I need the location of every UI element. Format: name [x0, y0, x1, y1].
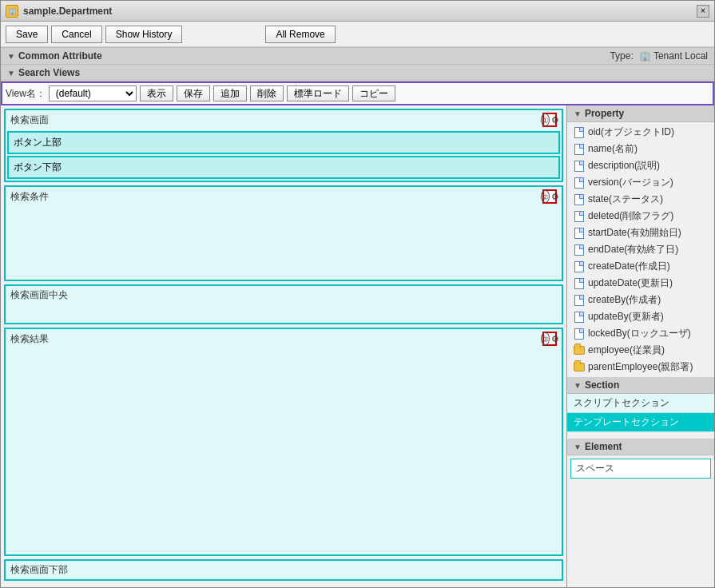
list-item[interactable]: updateBy(更新者)	[567, 308, 714, 325]
doc-icon	[574, 144, 585, 155]
section-section-header[interactable]: ▼ Section	[567, 377, 714, 394]
list-item[interactable]: employee(従業員)	[567, 342, 714, 359]
search-result-header: 検索結果 ③ ⚙	[6, 329, 562, 348]
display-button[interactable]: 表示	[140, 85, 173, 101]
gear-icon-2: ⚙	[551, 192, 559, 202]
view-name-select[interactable]: (default)	[49, 85, 137, 101]
list-item[interactable]: description(説明)	[567, 157, 714, 174]
left-panel: 検索画面 ① ⚙ ボタン上部 ボタン下部	[1, 105, 566, 587]
show-history-button[interactable]: Show History	[105, 26, 183, 43]
search-screen-header: 検索画面 ① ⚙	[6, 110, 562, 129]
search-screen-label: 検索画面	[10, 113, 542, 127]
prop-text: updateDate(更新日)	[588, 276, 673, 290]
add-button[interactable]: 追加	[213, 85, 247, 101]
section-list: スクリプトセクション テンプレートセクション	[567, 394, 714, 432]
button-top-label: ボタン上部	[14, 137, 62, 148]
standard-load-button[interactable]: 標準ロード	[287, 85, 349, 101]
type-label: Type: 🏢 Tenant Local	[610, 50, 708, 62]
view-name-label: View名：	[6, 87, 46, 101]
property-section-header[interactable]: ▼ Property	[567, 105, 714, 122]
search-views-label: Search Views	[18, 67, 80, 78]
search-area: 検索画面 ① ⚙ ボタン上部 ボタン下部	[1, 105, 566, 587]
prop-text: oid(オブジェクトID)	[588, 125, 674, 139]
property-chevron: ▼	[574, 109, 582, 118]
list-item[interactable]: createDate(作成日)	[567, 258, 714, 275]
prop-text: lockedBy(ロックユーザ)	[588, 327, 691, 340]
list-item[interactable]: parentEmployee(親部署)	[567, 359, 714, 375]
list-item[interactable]: oid(オブジェクトID)	[567, 124, 714, 141]
element-section-label: Element	[585, 441, 622, 452]
circle-num-1: ①	[541, 113, 550, 126]
list-item[interactable]: startDate(有効開始日)	[567, 224, 714, 241]
right-panel: ▼ Property oid(オブジェクトID) name(名前) descri…	[566, 105, 714, 587]
main-window: 🏢 sample.Department × Save Cancel Show H…	[0, 0, 715, 588]
copy-button[interactable]: コピー	[352, 85, 395, 101]
prop-text: createDate(作成日)	[588, 260, 670, 273]
list-item[interactable]: version(バージョン)	[567, 174, 714, 191]
title-bar: 🏢 sample.Department ×	[1, 1, 714, 22]
common-attribute-header[interactable]: ▼ Common Attribute Type: 🏢 Tenant Local	[1, 47, 714, 65]
doc-icon	[574, 278, 585, 289]
doc-icon	[574, 177, 585, 189]
list-item[interactable]: name(名前)	[567, 141, 714, 157]
search-screen-panel: 検索画面 ① ⚙ ボタン上部 ボタン下部	[4, 109, 563, 182]
save-view-button[interactable]: 保存	[177, 85, 210, 101]
search-center-panel: 検索画面中央	[4, 284, 563, 324]
doc-icon	[574, 295, 585, 306]
element-list: スペース	[567, 455, 714, 482]
search-bottom-panel: 検索画面下部	[4, 559, 563, 581]
list-item[interactable]: updateDate(更新日)	[567, 275, 714, 292]
button-bottom-box: ボタン下部	[7, 156, 560, 179]
list-item[interactable]: createBy(作成者)	[567, 292, 714, 308]
search-center-header: 検索画面中央	[6, 286, 562, 304]
cancel-button[interactable]: Cancel	[51, 26, 101, 43]
doc-icon	[574, 161, 585, 172]
prop-text: state(ステータス)	[588, 193, 663, 206]
gear-icon-1: ⚙	[551, 115, 559, 125]
element-section-header[interactable]: ▼ Element	[567, 439, 714, 455]
search-condition-label: 検索条件	[10, 190, 542, 204]
doc-icon	[574, 312, 585, 323]
search-bottom-header: 検索画面下部	[6, 561, 562, 579]
common-attr-label: Common Attribute	[18, 50, 102, 62]
search-screen-gear-button[interactable]: ① ⚙	[542, 113, 557, 127]
circle-num-3: ③	[541, 332, 550, 345]
list-item[interactable]: スクリプトセクション	[567, 394, 714, 413]
list-item[interactable]: endDate(有効終了日)	[567, 241, 714, 258]
list-item[interactable]: テンプレートセクション	[567, 413, 714, 432]
section-section-label: Section	[585, 379, 619, 391]
list-item[interactable]: state(ステータス)	[567, 191, 714, 208]
list-item[interactable]: lockedBy(ロックユーザ)	[567, 325, 714, 342]
prop-text: version(バージョン)	[588, 176, 673, 189]
property-section-label: Property	[585, 108, 624, 119]
list-item[interactable]: スペース	[570, 459, 711, 479]
search-result-label: 検索結果	[10, 332, 542, 346]
doc-icon	[574, 261, 585, 272]
save-button[interactable]: Save	[6, 26, 48, 43]
search-condition-panel: 検索条件 ② ⚙	[4, 185, 563, 281]
all-remove-button[interactable]: All Remove	[265, 26, 335, 43]
search-condition-gear-button[interactable]: ② ⚙	[542, 189, 557, 204]
prop-text: description(説明)	[588, 159, 660, 173]
main-content: 検索画面 ① ⚙ ボタン上部 ボタン下部	[1, 105, 714, 587]
search-result-gear-button[interactable]: ③ ⚙	[542, 332, 557, 346]
element-chevron: ▼	[574, 443, 582, 451]
common-attr-chevron: ▼	[7, 52, 15, 61]
prop-text: employee(従業員)	[588, 344, 665, 357]
search-views-header[interactable]: ▼ Search Views	[1, 65, 714, 81]
list-item[interactable]: deleted(削除フラグ)	[567, 208, 714, 224]
toolbar: Save Cancel Show History All Remove	[1, 22, 714, 47]
folder-icon	[574, 345, 585, 356]
doc-icon	[574, 244, 585, 256]
prop-text: endDate(有効終了日)	[588, 243, 678, 256]
close-button[interactable]: ×	[697, 5, 709, 18]
section-chevron: ▼	[574, 381, 582, 390]
doc-icon	[574, 127, 585, 138]
search-condition-header: 検索条件 ② ⚙	[6, 187, 562, 206]
prop-text: name(名前)	[588, 142, 638, 156]
property-list: oid(オブジェクトID) name(名前) description(説明) v…	[567, 122, 714, 377]
button-top-box: ボタン上部	[7, 131, 560, 154]
prop-text: startDate(有効開始日)	[588, 226, 681, 240]
delete-button[interactable]: 削除	[250, 85, 284, 101]
search-center-label: 検索画面中央	[10, 288, 557, 302]
